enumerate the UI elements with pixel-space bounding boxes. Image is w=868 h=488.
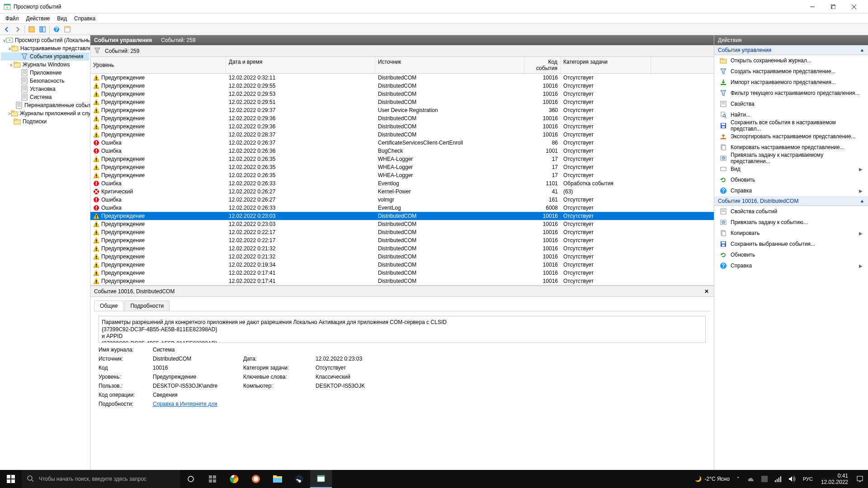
event-row[interactable]: Ошибка12.02.2022 0:26:37CertificateServi… — [90, 139, 714, 147]
tray-lang[interactable]: РУС — [800, 476, 816, 482]
event-row[interactable]: Предупреждение12.02.2022 0:26:35WHEA-Log… — [90, 163, 714, 171]
action-item[interactable]: Копировать▶ — [714, 228, 868, 239]
toolbar-btn-2[interactable] — [38, 24, 47, 34]
tree-node[interactable]: Установка — [1, 85, 89, 93]
actions-section1-header[interactable]: События управления ▲ — [714, 45, 868, 55]
event-row[interactable]: Предупреждение12.02.2022 0:29:51Distribu… — [90, 98, 714, 106]
event-row[interactable]: Ошибка12.02.2022 0:26:33Eventlog1101Обра… — [90, 179, 714, 188]
tray-clock[interactable]: 0:41 12.02.2022 — [817, 473, 852, 486]
tray-notifications-icon[interactable] — [854, 475, 866, 483]
tray-icon-2[interactable] — [759, 476, 770, 482]
menu-help[interactable]: Справка — [71, 14, 99, 23]
menu-file[interactable]: Файл — [2, 14, 23, 23]
col-header-level[interactable]: Уровень — [90, 57, 226, 73]
tree-node[interactable]: События управления — [1, 52, 89, 61]
action-item[interactable]: Найти... — [714, 109, 868, 120]
tray-volume-icon[interactable] — [786, 476, 798, 482]
action-item[interactable]: Привязать задачу к событию... — [714, 217, 868, 228]
taskbar-chrome[interactable] — [223, 470, 245, 488]
start-button[interactable] — [0, 470, 22, 488]
tree-node[interactable]: Приложение — [1, 69, 89, 77]
action-item[interactable]: Экспортировать настраиваемое представлен… — [714, 131, 868, 142]
tray-onedrive-icon[interactable] — [744, 476, 757, 482]
event-row[interactable]: Ошибка12.02.2022 0:26:27volmgr161Отсутст… — [90, 196, 714, 204]
event-row[interactable]: Ошибка12.02.2022 0:26:36BugCheck1001Отсу… — [90, 147, 714, 155]
close-button[interactable] — [844, 0, 864, 14]
tree-node[interactable]: Подписки — [1, 117, 89, 126]
tree-root[interactable]: ∨ Просмотр событий (Локальный) — [1, 36, 89, 44]
maximize-button[interactable] — [823, 0, 844, 14]
col-header-id[interactable]: Код события — [524, 57, 561, 73]
event-row[interactable]: Предупреждение12.02.2022 0:17:41Distribu… — [90, 269, 714, 277]
tray-network-icon[interactable] — [772, 476, 784, 482]
event-row[interactable]: Предупреждение12.02.2022 0:26:35WHEA-Log… — [90, 171, 714, 179]
link-online-help[interactable]: Справка в Интернете для — [153, 401, 406, 407]
forward-button[interactable] — [13, 24, 23, 34]
back-button[interactable] — [2, 24, 12, 34]
action-item[interactable]: Обновить — [714, 249, 868, 260]
tree-node[interactable]: Система — [1, 93, 89, 101]
tab-details[interactable]: Подробности — [124, 300, 170, 311]
action-item[interactable]: ?Справка▶ — [714, 185, 868, 196]
event-row[interactable]: Предупреждение12.02.2022 0:29:37User Dev… — [90, 106, 714, 114]
taskbar-steam[interactable] — [288, 470, 310, 488]
action-item[interactable]: Создать настраиваемое представление... — [714, 66, 868, 77]
action-item[interactable]: Сохранить все события в настраиваемом пр… — [714, 120, 868, 131]
event-row[interactable]: Предупреждение12.02.2022 0:19:34Distribu… — [90, 261, 714, 269]
event-row[interactable]: Предупреждение12.02.2022 0:29:55Distribu… — [90, 82, 714, 90]
event-list[interactable]: Уровень Дата и время Источник Код событи… — [90, 57, 714, 285]
actions-section2-header[interactable]: Событие 10016, DistributedCOM ▲ — [714, 196, 868, 206]
action-item[interactable]: Открыть сохраненный журнал... — [714, 55, 868, 66]
menu-view[interactable]: Вид — [53, 14, 71, 23]
event-row[interactable]: Предупреждение12.02.2022 0:17:41Distribu… — [90, 277, 714, 285]
detail-description[interactable]: Параметры разрешений для конкретного при… — [99, 316, 706, 343]
col-header-date[interactable]: Дата и время — [226, 57, 375, 73]
event-row[interactable]: Предупреждение12.02.2022 0:22:17Distribu… — [90, 228, 714, 236]
tree-node[interactable]: >Журналы приложений и служб — [1, 109, 89, 117]
event-row[interactable]: Предупреждение12.02.2022 0:29:36Distribu… — [90, 122, 714, 131]
action-item[interactable]: Обновить — [714, 174, 868, 185]
taskbar-app-1[interactable] — [202, 470, 223, 488]
taskbar-app-3[interactable] — [245, 470, 267, 488]
detail-close-button[interactable]: ✕ — [703, 288, 710, 295]
action-item[interactable]: Свойства событий — [714, 206, 868, 217]
event-row[interactable]: Предупреждение12.02.2022 0:29:36Distribu… — [90, 114, 714, 122]
tab-general[interactable]: Общие — [94, 300, 123, 311]
event-row[interactable]: Предупреждение12.02.2022 0:23:03Distribu… — [90, 212, 714, 220]
event-row[interactable]: Предупреждение12.02.2022 0:21:32Distribu… — [90, 244, 714, 253]
col-header-source[interactable]: Источник — [375, 57, 524, 73]
taskbar-explorer[interactable] — [267, 470, 288, 488]
event-row[interactable]: Предупреждение12.02.2022 0:21:32Distribu… — [90, 253, 714, 261]
action-item[interactable]: Сохранить выбранные события... — [714, 239, 868, 249]
action-item[interactable]: ?Справка▶ — [714, 260, 868, 271]
event-row[interactable]: Предупреждение12.02.2022 0:28:37Distribu… — [90, 131, 714, 139]
minimize-button[interactable] — [802, 0, 823, 14]
action-item[interactable]: Фильтр текущего настраиваемого представл… — [714, 88, 868, 99]
menu-action[interactable]: Действие — [23, 14, 54, 23]
event-row[interactable]: Предупреждение12.02.2022 0:32:11Distribu… — [90, 74, 714, 82]
action-item[interactable]: Копировать настраиваемое представление..… — [714, 142, 868, 153]
tree-node[interactable]: Безопасность — [1, 77, 89, 85]
weather-widget[interactable]: 🌙 -2°C Ясно — [692, 476, 732, 482]
event-row[interactable]: Предупреждение12.02.2022 0:29:53Distribu… — [90, 90, 714, 98]
tree-node[interactable]: ∨Журналы Windows — [1, 61, 89, 69]
event-row[interactable]: Ошибка12.02.2022 0:26:33EventLog6008Отсу… — [90, 204, 714, 212]
tray-chevron[interactable]: ˄ — [734, 476, 742, 482]
taskbar-eventviewer[interactable] — [310, 470, 332, 488]
event-row[interactable]: Предупреждение12.02.2022 0:23:03Distribu… — [90, 220, 714, 228]
help-button[interactable]: ? — [52, 24, 61, 34]
event-row[interactable]: Критический12.02.2022 0:26:27Kernel-Powe… — [90, 188, 714, 196]
tree-node[interactable]: ∨Настраиваемые представления — [1, 44, 89, 52]
action-item[interactable]: Импорт настраиваемого представления... — [714, 77, 868, 88]
taskbar-search[interactable]: Чтобы начать поиск, введите здесь запрос — [22, 470, 180, 488]
event-row[interactable]: Предупреждение12.02.2022 0:22:17Distribu… — [90, 236, 714, 244]
action-item[interactable]: Свойства — [714, 99, 868, 109]
tree-node[interactable]: Перенаправленные события — [1, 101, 89, 109]
taskview-button[interactable] — [180, 470, 202, 488]
show-tree-button[interactable] — [27, 24, 37, 34]
action-item[interactable]: Привязать задачу к настраиваемому предст… — [714, 153, 868, 164]
toolbar-btn-4[interactable] — [62, 24, 72, 34]
action-item[interactable]: Вид▶ — [714, 164, 868, 174]
col-header-cat[interactable]: Категория задачи — [561, 57, 651, 73]
tree-hscrollbar[interactable] — [0, 463, 90, 470]
